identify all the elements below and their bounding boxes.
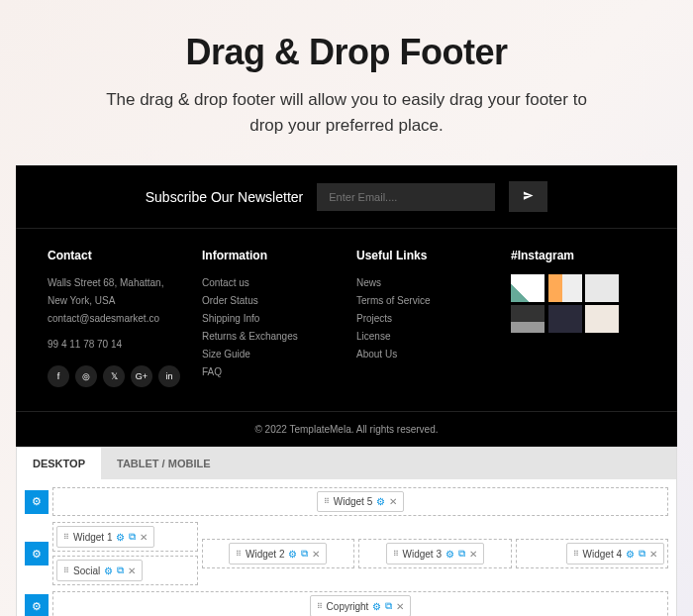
close-icon[interactable]: ✕ xyxy=(389,496,397,507)
send-icon xyxy=(523,190,534,201)
device-tabs: DESKTOP TABLET / MOBILE xyxy=(17,448,676,479)
drop-zone[interactable]: ⠿Widget 2⚙⧉✕ xyxy=(202,539,355,568)
widget-block[interactable]: ⠿Copyright⚙⧉✕ xyxy=(310,595,412,616)
close-icon[interactable]: ✕ xyxy=(140,532,148,543)
tab-desktop[interactable]: DESKTOP xyxy=(17,448,101,479)
useful-link[interactable]: License xyxy=(356,328,491,346)
drop-zone[interactable]: ⠿Widget 5⚙✕ xyxy=(52,487,668,516)
newsletter-email-input[interactable] xyxy=(317,183,495,211)
drag-icon: ⠿ xyxy=(63,566,69,575)
drop-zone[interactable]: ⠿Copyright⚙⧉✕ xyxy=(52,591,668,616)
duplicate-icon[interactable]: ⧉ xyxy=(385,600,392,612)
instagram-heading: #Instagram xyxy=(511,249,645,262)
gear-icon[interactable]: ⚙ xyxy=(446,549,454,560)
duplicate-icon[interactable]: ⧉ xyxy=(639,548,645,560)
twitter-icon[interactable]: 𝕏 xyxy=(103,365,125,387)
page-title: Drag & Drop Footer xyxy=(40,32,653,73)
information-column: Information Contact us Order Status Ship… xyxy=(202,249,337,387)
widget-block[interactable]: ⠿Widget 2⚙⧉✕ xyxy=(229,543,327,565)
contact-column: Contact Walls Street 68, Mahattan, New Y… xyxy=(48,249,182,387)
instagram-thumb[interactable] xyxy=(511,274,544,302)
widget-label: Widget 5 xyxy=(334,496,372,507)
close-icon[interactable]: ✕ xyxy=(312,549,320,560)
info-link[interactable]: Size Guide xyxy=(202,346,337,363)
instagram-column: #Instagram xyxy=(511,249,645,387)
contact-heading: Contact xyxy=(48,249,182,262)
close-icon[interactable]: ✕ xyxy=(469,549,477,560)
widget-label: Widget 3 xyxy=(403,549,442,560)
drop-zone[interactable]: ⠿Widget 4⚙⧉✕ xyxy=(516,539,669,568)
widget-block[interactable]: ⠿Widget 3⚙⧉✕ xyxy=(386,543,484,565)
useful-heading: Useful Links xyxy=(356,249,491,262)
gear-icon[interactable]: ⚙ xyxy=(104,565,113,576)
info-link[interactable]: Order Status xyxy=(202,292,337,310)
duplicate-icon[interactable]: ⧉ xyxy=(458,548,465,560)
drop-zone[interactable]: ⠿Widget 3⚙⧉✕ xyxy=(358,539,512,568)
drag-icon: ⠿ xyxy=(63,533,69,542)
gear-icon[interactable]: ⚙ xyxy=(372,601,381,612)
newsletter-label: Subscribe Our Newsletter xyxy=(146,189,304,205)
contact-phone: 99 4 11 78 70 14 xyxy=(48,336,182,354)
useful-link[interactable]: Terms of Service xyxy=(356,292,491,310)
duplicate-icon[interactable]: ⧉ xyxy=(301,548,308,560)
instagram-icon[interactable]: ◎ xyxy=(75,365,97,387)
contact-address: Walls Street 68, Mahattan, New York, USA xyxy=(48,274,182,310)
page-subtitle: The drag & drop footer will allow you to… xyxy=(89,87,604,138)
tab-mobile[interactable]: TABLET / MOBILE xyxy=(101,448,227,479)
useful-link[interactable]: News xyxy=(356,274,491,292)
useful-links-column: Useful Links News Terms of Service Proje… xyxy=(356,249,491,387)
info-link[interactable]: Shipping Info xyxy=(202,310,337,328)
drop-zone[interactable]: ⠿Widget 1⚙⧉✕ xyxy=(52,522,198,552)
instagram-thumb[interactable] xyxy=(511,305,544,333)
close-icon[interactable]: ✕ xyxy=(649,549,657,560)
close-icon[interactable]: ✕ xyxy=(396,601,404,612)
info-link[interactable]: Returns & Exchanges xyxy=(202,328,337,346)
instagram-thumb[interactable] xyxy=(548,274,582,302)
footer-preview: Subscribe Our Newsletter Contact Walls S… xyxy=(16,165,677,447)
instagram-thumb[interactable] xyxy=(585,305,619,333)
drop-zone[interactable]: ⠿Social⚙⧉✕ xyxy=(52,556,198,585)
widget-label: Social xyxy=(73,565,100,576)
duplicate-icon[interactable]: ⧉ xyxy=(117,565,124,576)
gear-icon[interactable]: ⚙ xyxy=(288,549,297,560)
widget-block[interactable]: ⠿Social⚙⧉✕ xyxy=(56,560,143,581)
instagram-thumb[interactable] xyxy=(548,305,582,333)
widget-label: Widget 4 xyxy=(583,549,622,560)
info-link[interactable]: FAQ xyxy=(202,363,337,381)
gear-icon[interactable]: ⚙ xyxy=(626,549,635,560)
widget-block[interactable]: ⠿Widget 4⚙⧉✕ xyxy=(566,543,664,565)
row-settings-button[interactable]: ⚙ xyxy=(25,594,49,616)
drag-icon: ⠿ xyxy=(573,550,579,559)
row-settings-button[interactable]: ⚙ xyxy=(25,490,49,514)
widget-block[interactable]: ⠿Widget 5⚙✕ xyxy=(317,491,404,512)
drag-icon: ⠿ xyxy=(236,550,242,559)
info-link[interactable]: Contact us xyxy=(202,274,337,292)
contact-email: contact@sadesmarket.co xyxy=(48,310,182,328)
facebook-icon[interactable]: f xyxy=(48,365,69,387)
instagram-thumb[interactable] xyxy=(585,274,619,302)
googleplus-icon[interactable]: G+ xyxy=(131,365,152,387)
close-icon[interactable]: ✕ xyxy=(128,565,136,576)
drag-icon: ⠿ xyxy=(324,497,330,506)
useful-link[interactable]: About Us xyxy=(356,346,491,363)
duplicate-icon[interactable]: ⧉ xyxy=(129,531,136,543)
widget-label: Copyright xyxy=(327,601,369,612)
newsletter-submit-button[interactable] xyxy=(509,181,547,212)
widget-label: Widget 2 xyxy=(246,549,284,560)
newsletter-bar: Subscribe Our Newsletter xyxy=(16,165,677,229)
useful-link[interactable]: Projects xyxy=(356,310,491,328)
information-heading: Information xyxy=(202,249,337,262)
drag-icon: ⠿ xyxy=(317,602,323,611)
copyright-text: © 2022 TemplateMela. All rights reserved… xyxy=(16,411,677,447)
widget-block[interactable]: ⠿Widget 1⚙⧉✕ xyxy=(56,526,154,548)
drag-icon: ⠿ xyxy=(393,550,399,559)
widget-label: Widget 1 xyxy=(73,532,112,543)
row-settings-button[interactable]: ⚙ xyxy=(25,542,49,565)
footer-builder: DESKTOP TABLET / MOBILE ⚙ ⠿Widget 5⚙✕ ⚙ … xyxy=(16,447,677,616)
gear-icon[interactable]: ⚙ xyxy=(376,496,385,507)
gear-icon[interactable]: ⚙ xyxy=(116,532,125,543)
linkedin-icon[interactable]: in xyxy=(158,365,180,387)
